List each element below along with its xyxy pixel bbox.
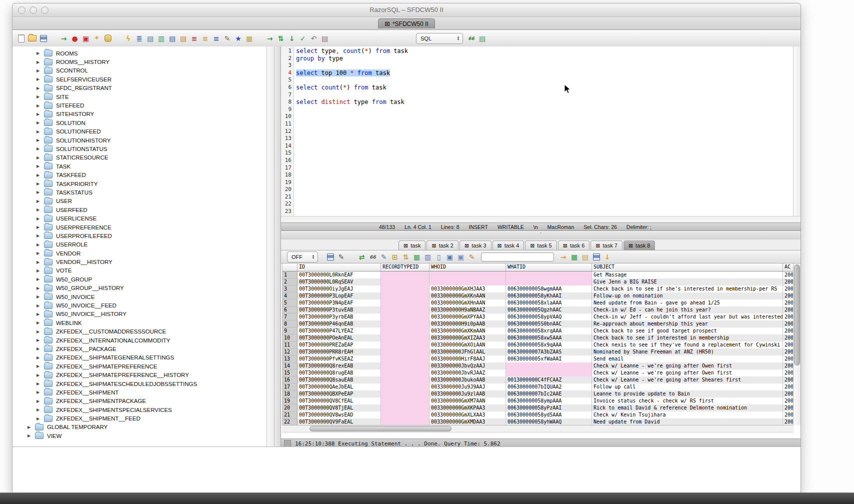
tree-item[interactable]: ▶ZKFEDEX__SHIPMATEPREFERENCE__HISTORY [12, 370, 266, 379]
tree-item[interactable]: ▶SITE [12, 92, 266, 101]
grid-cell[interactable]: 200 [783, 390, 793, 398]
grid-cell[interactable] [381, 398, 430, 404]
grid-cell[interactable]: 006300000058wgmAAA [506, 286, 592, 292]
disclosure-triangle-icon[interactable]: ▶ [36, 251, 40, 256]
disclosure-triangle-icon[interactable]: ▶ [36, 234, 40, 238]
grid-cell[interactable]: Check w/ Kevin Tsujihara [592, 412, 783, 418]
grid-cell[interactable] [506, 278, 592, 286]
grid-cell[interactable]: 0033000000H9aNBAAZ [430, 306, 506, 314]
tree-item[interactable]: ▶ZKFEDEX__SHIPMENTSPECIALSERVICES [12, 406, 266, 414]
format-sql-icon[interactable]: ≡ [190, 34, 199, 43]
tree-item[interactable]: ▶USERLICENSE [12, 214, 266, 222]
grid-cell[interactable] [381, 306, 430, 314]
open-file-icon[interactable] [28, 34, 37, 43]
disclosure-triangle-icon[interactable]: ▶ [36, 199, 40, 204]
export-data-icon[interactable]: ▥ [156, 34, 166, 43]
tab-close-icon[interactable]: ⊠ [563, 242, 568, 249]
disclosure-triangle-icon[interactable]: ▶ [36, 399, 40, 404]
grid-cell[interactable]: Give Jenn a BIG RAISE [592, 278, 783, 286]
tree-item[interactable]: ▶ROOMS__HISTORY [12, 58, 266, 66]
disclosure-triangle-icon[interactable]: ▶ [36, 146, 40, 151]
disclosure-triangle-icon[interactable]: ▶ [36, 304, 40, 308]
grid-cell[interactable]: Re-approach about membership this year [592, 320, 783, 328]
align-icon[interactable]: ≡ [212, 34, 221, 43]
grid-cell[interactable]: 200 [783, 356, 793, 362]
grid-cell[interactable]: Nominated by Shane Freeman at ANZ (HR50) [592, 348, 783, 356]
grid-cell[interactable]: Rick to email David & reference Delmonte… [592, 404, 783, 412]
disclosure-triangle-icon[interactable]: ▶ [36, 156, 40, 160]
grid-cell[interactable]: 200 [783, 362, 793, 370]
grid-cell[interactable]: 00T3000000P3yrbEAB [298, 314, 381, 320]
disclosure-triangle-icon[interactable]: ▶ [36, 120, 40, 125]
grid-cell[interactable]: 0033000000GmXKPAA3 [430, 404, 506, 412]
grid-cell[interactable]: Check-in w/ Jeff - couldn't afford last … [592, 314, 783, 320]
grid-cell[interactable]: 200 [783, 292, 793, 300]
grid-cell[interactable] [381, 278, 430, 286]
grid-cell[interactable]: 00T3000000P46qnEAB [298, 320, 381, 328]
grid-cell[interactable]: Check-in w/ Ed - can he join this year? [592, 306, 783, 314]
tree-item[interactable]: ▶USERFEED [12, 206, 266, 214]
results-table[interactable]: IDRECORDTYPEIDWHOIDWHATIDSUBJECTAC 100T3… [282, 264, 793, 425]
grid-cell[interactable]: 200 [783, 328, 793, 334]
highlight-icon[interactable]: ✎ [467, 252, 476, 262]
grid-cell[interactable]: 006300000058yhWAAQ [506, 418, 592, 425]
book-blue-icon[interactable]: ▤ [168, 34, 177, 43]
database-browser-icon[interactable] [103, 34, 112, 43]
grid-cell[interactable] [381, 334, 430, 342]
disclosure-triangle-icon[interactable]: ▶ [36, 190, 40, 194]
grid-cell[interactable]: 00T3000000PREZaEAP [298, 342, 381, 348]
grid-cell[interactable]: 00T3000000L0RknEAF [298, 272, 381, 278]
grid-cell[interactable] [381, 328, 430, 334]
column-header[interactable]: ID [298, 264, 381, 271]
grid-cell[interactable] [381, 342, 430, 348]
grid-cell[interactable] [506, 272, 592, 278]
grid-cell[interactable]: 200 [783, 320, 793, 328]
table-row[interactable]: 1200T3000000PRR8rEAH0033000000JFhGlAAL00… [282, 348, 793, 356]
bookmark-star-icon[interactable]: ★ [234, 34, 243, 43]
grid-cell[interactable]: Check nexis to see if they've found a re… [592, 342, 783, 348]
table-row[interactable]: 1000T3000000POeAnEAL0033000000GmXIZAA300… [282, 334, 793, 342]
tab-close-icon[interactable]: ⊠ [464, 242, 469, 249]
grid-cell[interactable]: 006300000058xw5AAA [506, 334, 592, 342]
table-export-icon[interactable]: ▦ [412, 252, 422, 262]
results-filter-input[interactable] [481, 252, 554, 262]
tree-item[interactable]: ▶W50_GROUP__HISTORY [12, 284, 266, 292]
grid-cell[interactable]: 0033000000Ju9J9AAJ [430, 384, 506, 390]
validate-icon[interactable]: ✓ [298, 34, 308, 43]
grid-cell[interactable] [381, 314, 430, 320]
tab-close-icon[interactable]: ⊠ [404, 242, 408, 249]
grid-cell[interactable]: 006300000058ypVAAQ [506, 314, 592, 320]
result-tab[interactable]: ⊠task 6 [558, 240, 590, 250]
grid-cell[interactable]: 00T3000000QAeJbEAL [298, 384, 381, 390]
grid-cell[interactable]: 0033000000JbvQzAAJ [430, 362, 506, 370]
tree-item[interactable]: ▶WEBLINK [12, 318, 266, 327]
grid-cell[interactable] [381, 370, 430, 376]
execute-statement-icon[interactable]: → [265, 34, 274, 43]
tree-item[interactable]: ▶W50_GROUP [12, 275, 266, 284]
grid-cell[interactable]: 00T3000000Q8rexEAB [298, 362, 381, 370]
table-row[interactable]: 2000T3000000QV8TjEAL0033000000GmXKPAA300… [282, 404, 793, 412]
grid-cell[interactable]: Invoice status check - check w/ RS first [592, 398, 783, 404]
grid-cell[interactable]: 00T3000000Q8sauEAB [298, 376, 381, 384]
grid-cell[interactable]: 200 [783, 300, 793, 306]
grid-cell[interactable]: 00T3000000POeAnEAL [298, 334, 381, 342]
grid-cell[interactable]: 200 [783, 398, 793, 404]
tree-item[interactable]: ▶VENDOR [12, 249, 266, 258]
disclosure-triangle-icon[interactable]: ▶ [36, 94, 40, 99]
disclosure-triangle-icon[interactable]: ▶ [36, 260, 40, 264]
grid-horizontal-scrollbar[interactable] [282, 425, 794, 432]
grid-cell[interactable]: 0033000000GmXLXAA3 [430, 412, 506, 418]
grid-cell[interactable]: 0033000000GmXOiAAN [430, 342, 506, 348]
column-header[interactable]: WHOID [430, 264, 506, 271]
tree-item[interactable]: ▶SELFSERVICEUSER [12, 75, 266, 84]
notes-icon[interactable]: ▤ [580, 252, 590, 262]
table-row[interactable]: 2100T3000000QV8wsEAD0033000000GmXLXAA300… [282, 412, 793, 418]
table-row[interactable]: 900T3000000P47LYEAZ0033000000GmXKmAAN006… [282, 328, 793, 334]
tab-close-icon[interactable]: ⊠ [596, 242, 600, 249]
grid-cell[interactable]: 0033000000JFhGlAAL [430, 348, 506, 356]
close-all-connections-icon[interactable]: ▣ [81, 34, 90, 43]
grid-cell[interactable]: Follow-up on nomination [592, 292, 783, 300]
grid-cell[interactable]: Need update from David [592, 418, 783, 425]
grid-cell[interactable] [381, 362, 430, 370]
tree-item[interactable]: ▶SITEFEED [12, 101, 266, 110]
